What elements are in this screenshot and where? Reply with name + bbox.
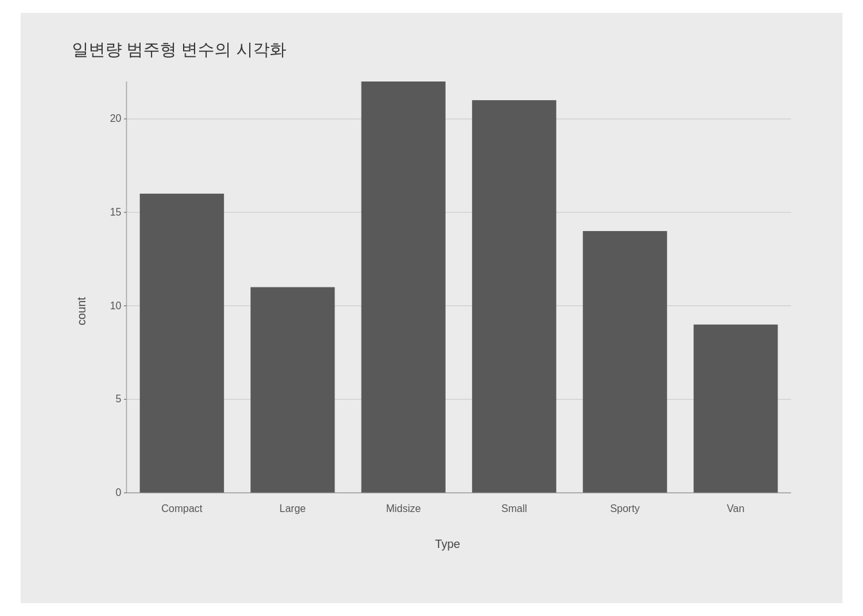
svg-text:20: 20 [110,113,121,124]
bar-van [693,325,778,493]
x-tick-van: Van [727,503,744,514]
chart-container: 일변량 범주형 변수의 시각화 count 05101520CompactLar… [21,13,842,603]
svg-rect-0 [126,81,791,493]
chart-title: 일변량 범주형 변수의 시각화 [72,38,804,61]
bar-midsize [362,81,446,493]
chart-area: count 05101520CompactLargeMidsizeSmallSp… [72,74,804,549]
bar-sporty [583,231,667,493]
plot-area: 05101520CompactLargeMidsizeSmallSportyVa… [91,74,804,533]
svg-text:0: 0 [116,487,121,498]
svg-text:5: 5 [116,393,121,404]
plot-area-wrapper: 05101520CompactLargeMidsizeSmallSportyVa… [91,74,804,549]
bar-small [472,100,556,493]
svg-text:10: 10 [110,300,121,311]
bar-large [250,287,335,493]
y-axis-label: count [72,74,91,549]
x-tick-small: Small [501,503,527,514]
x-tick-midsize: Midsize [386,503,421,514]
svg-text:15: 15 [110,207,121,218]
x-tick-large: Large [279,503,306,514]
x-tick-compact: Compact [161,503,203,514]
x-tick-sporty: Sporty [610,503,640,514]
bar-compact [140,194,224,493]
bar-chart-svg: 05101520CompactLargeMidsizeSmallSportyVa… [91,74,804,533]
x-axis-label: Type [91,538,804,551]
